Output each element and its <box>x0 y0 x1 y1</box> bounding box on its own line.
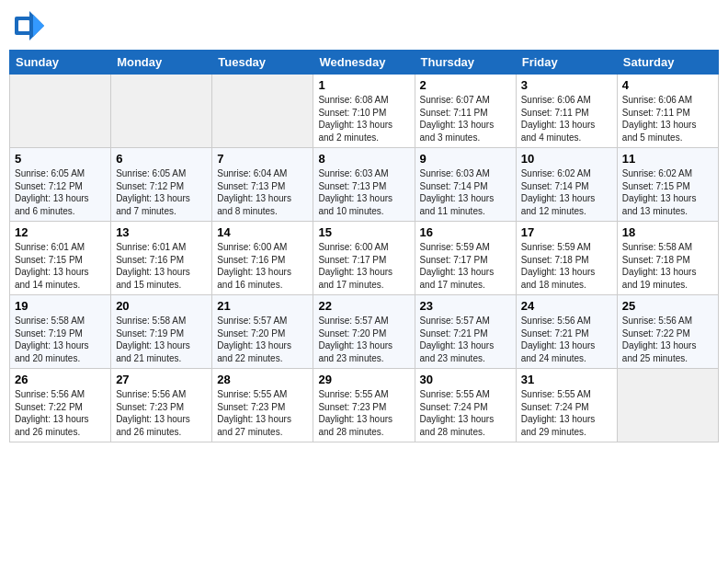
day-number: 22 <box>318 299 409 313</box>
cell-info: Sunrise: 5:56 AM Sunset: 7:22 PM Dayligh… <box>15 388 106 438</box>
weekday-header-tuesday: Tuesday <box>212 51 313 75</box>
cell-info: Sunrise: 5:57 AM Sunset: 7:20 PM Dayligh… <box>318 315 409 364</box>
cell-info: Sunrise: 6:00 AM Sunset: 7:16 PM Dayligh… <box>217 241 308 291</box>
cell-info: Sunrise: 6:05 AM Sunset: 7:12 PM Dayligh… <box>116 167 207 217</box>
calendar-cell <box>617 369 718 442</box>
day-number: 4 <box>622 78 713 92</box>
calendar-cell: 23Sunrise: 5:57 AM Sunset: 7:21 PM Dayli… <box>415 295 516 369</box>
cell-info: Sunrise: 6:06 AM Sunset: 7:11 PM Dayligh… <box>622 94 713 144</box>
calendar-week-5: 26Sunrise: 5:56 AM Sunset: 7:22 PM Dayli… <box>10 369 719 442</box>
weekday-header-saturday: Saturday <box>617 51 718 75</box>
day-number: 10 <box>521 152 612 166</box>
day-number: 31 <box>521 373 612 386</box>
cell-info: Sunrise: 5:55 AM Sunset: 7:23 PM Dayligh… <box>318 388 409 438</box>
cell-info: Sunrise: 6:02 AM Sunset: 7:14 PM Dayligh… <box>521 167 612 217</box>
day-number: 26 <box>15 373 106 386</box>
day-number: 14 <box>217 225 308 239</box>
cell-info: Sunrise: 6:01 AM Sunset: 7:16 PM Dayligh… <box>116 241 207 291</box>
calendar-cell: 18Sunrise: 5:58 AM Sunset: 7:18 PM Dayli… <box>617 222 718 295</box>
calendar-cell: 21Sunrise: 5:57 AM Sunset: 7:20 PM Dayli… <box>212 295 313 369</box>
calendar-cell: 15Sunrise: 6:00 AM Sunset: 7:17 PM Dayli… <box>313 222 415 295</box>
calendar-cell: 22Sunrise: 5:57 AM Sunset: 7:20 PM Dayli… <box>313 295 415 369</box>
cell-info: Sunrise: 6:06 AM Sunset: 7:11 PM Dayligh… <box>521 94 612 144</box>
cell-info: Sunrise: 5:55 AM Sunset: 7:24 PM Dayligh… <box>521 388 612 438</box>
day-number: 16 <box>420 225 511 239</box>
cell-info: Sunrise: 5:56 AM Sunset: 7:21 PM Dayligh… <box>521 315 612 364</box>
cell-info: Sunrise: 5:57 AM Sunset: 7:21 PM Dayligh… <box>420 315 511 364</box>
day-number: 30 <box>420 373 511 386</box>
calendar-cell: 6Sunrise: 6:05 AM Sunset: 7:12 PM Daylig… <box>111 148 212 222</box>
calendar-cell <box>10 75 111 148</box>
calendar-cell: 11Sunrise: 6:02 AM Sunset: 7:15 PM Dayli… <box>617 148 718 222</box>
svg-marker-3 <box>33 15 44 37</box>
day-number: 12 <box>15 225 106 239</box>
calendar-table: SundayMondayTuesdayWednesdayThursdayFrid… <box>9 50 719 442</box>
cell-info: Sunrise: 5:56 AM Sunset: 7:23 PM Dayligh… <box>116 388 207 438</box>
calendar-cell: 29Sunrise: 5:55 AM Sunset: 7:23 PM Dayli… <box>313 369 415 442</box>
calendar-cell: 1Sunrise: 6:08 AM Sunset: 7:10 PM Daylig… <box>313 75 415 148</box>
cell-info: Sunrise: 5:57 AM Sunset: 7:20 PM Dayligh… <box>217 315 308 364</box>
calendar-cell: 5Sunrise: 6:05 AM Sunset: 7:12 PM Daylig… <box>10 148 111 222</box>
calendar-cell: 31Sunrise: 5:55 AM Sunset: 7:24 PM Dayli… <box>516 369 617 442</box>
calendar-cell: 14Sunrise: 6:00 AM Sunset: 7:16 PM Dayli… <box>212 222 313 295</box>
calendar-cell: 26Sunrise: 5:56 AM Sunset: 7:22 PM Dayli… <box>10 369 111 442</box>
cell-info: Sunrise: 6:03 AM Sunset: 7:13 PM Dayligh… <box>318 167 409 217</box>
day-number: 24 <box>521 299 612 313</box>
cell-info: Sunrise: 6:04 AM Sunset: 7:13 PM Dayligh… <box>217 167 308 217</box>
weekday-header-row: SundayMondayTuesdayWednesdayThursdayFrid… <box>10 51 719 75</box>
weekday-header-wednesday: Wednesday <box>313 51 415 75</box>
cell-info: Sunrise: 6:07 AM Sunset: 7:11 PM Dayligh… <box>420 94 511 144</box>
calendar-cell: 30Sunrise: 5:55 AM Sunset: 7:24 PM Dayli… <box>415 369 516 442</box>
calendar-cell <box>111 75 212 148</box>
cell-info: Sunrise: 5:58 AM Sunset: 7:19 PM Dayligh… <box>15 315 106 364</box>
cell-info: Sunrise: 5:55 AM Sunset: 7:24 PM Dayligh… <box>420 388 511 438</box>
cell-info: Sunrise: 5:58 AM Sunset: 7:19 PM Dayligh… <box>116 315 207 364</box>
day-number: 15 <box>318 225 409 239</box>
calendar-cell <box>212 75 313 148</box>
day-number: 19 <box>15 299 106 313</box>
weekday-header-monday: Monday <box>111 51 212 75</box>
day-number: 2 <box>420 78 511 92</box>
cell-info: Sunrise: 5:55 AM Sunset: 7:23 PM Dayligh… <box>217 388 308 438</box>
day-number: 27 <box>116 373 207 386</box>
calendar-cell: 3Sunrise: 6:06 AM Sunset: 7:11 PM Daylig… <box>516 75 617 148</box>
cell-info: Sunrise: 6:05 AM Sunset: 7:12 PM Dayligh… <box>15 167 106 217</box>
logo-icon <box>13 9 46 42</box>
day-number: 20 <box>116 299 207 313</box>
day-number: 8 <box>318 152 409 166</box>
day-number: 6 <box>116 152 207 166</box>
calendar-cell: 7Sunrise: 6:04 AM Sunset: 7:13 PM Daylig… <box>212 148 313 222</box>
logo <box>13 9 50 42</box>
cell-info: Sunrise: 6:00 AM Sunset: 7:17 PM Dayligh… <box>318 241 409 291</box>
day-number: 23 <box>420 299 511 313</box>
calendar-week-4: 19Sunrise: 5:58 AM Sunset: 7:19 PM Dayli… <box>10 295 719 369</box>
calendar-week-3: 12Sunrise: 6:01 AM Sunset: 7:15 PM Dayli… <box>10 222 719 295</box>
page-header <box>9 9 719 42</box>
day-number: 7 <box>217 152 308 166</box>
calendar-week-2: 5Sunrise: 6:05 AM Sunset: 7:12 PM Daylig… <box>10 148 719 222</box>
calendar-cell: 25Sunrise: 5:56 AM Sunset: 7:22 PM Dayli… <box>617 295 718 369</box>
cell-info: Sunrise: 6:08 AM Sunset: 7:10 PM Dayligh… <box>318 94 409 144</box>
day-number: 21 <box>217 299 308 313</box>
weekday-header-friday: Friday <box>516 51 617 75</box>
day-number: 17 <box>521 225 612 239</box>
day-number: 28 <box>217 373 308 386</box>
day-number: 18 <box>622 225 713 239</box>
cell-info: Sunrise: 6:01 AM Sunset: 7:15 PM Dayligh… <box>15 241 106 291</box>
day-number: 1 <box>318 78 409 92</box>
day-number: 13 <box>116 225 207 239</box>
day-number: 3 <box>521 78 612 92</box>
svg-rect-1 <box>18 20 29 31</box>
calendar-cell: 2Sunrise: 6:07 AM Sunset: 7:11 PM Daylig… <box>415 75 516 148</box>
calendar-cell: 20Sunrise: 5:58 AM Sunset: 7:19 PM Dayli… <box>111 295 212 369</box>
day-number: 29 <box>318 373 409 386</box>
calendar-cell: 10Sunrise: 6:02 AM Sunset: 7:14 PM Dayli… <box>516 148 617 222</box>
calendar-cell: 24Sunrise: 5:56 AM Sunset: 7:21 PM Dayli… <box>516 295 617 369</box>
day-number: 25 <box>622 299 713 313</box>
calendar-cell: 17Sunrise: 5:59 AM Sunset: 7:18 PM Dayli… <box>516 222 617 295</box>
cell-info: Sunrise: 5:56 AM Sunset: 7:22 PM Dayligh… <box>622 315 713 364</box>
weekday-header-sunday: Sunday <box>10 51 111 75</box>
calendar-cell: 16Sunrise: 5:59 AM Sunset: 7:17 PM Dayli… <box>415 222 516 295</box>
calendar-week-1: 1Sunrise: 6:08 AM Sunset: 7:10 PM Daylig… <box>10 75 719 148</box>
day-number: 9 <box>420 152 511 166</box>
